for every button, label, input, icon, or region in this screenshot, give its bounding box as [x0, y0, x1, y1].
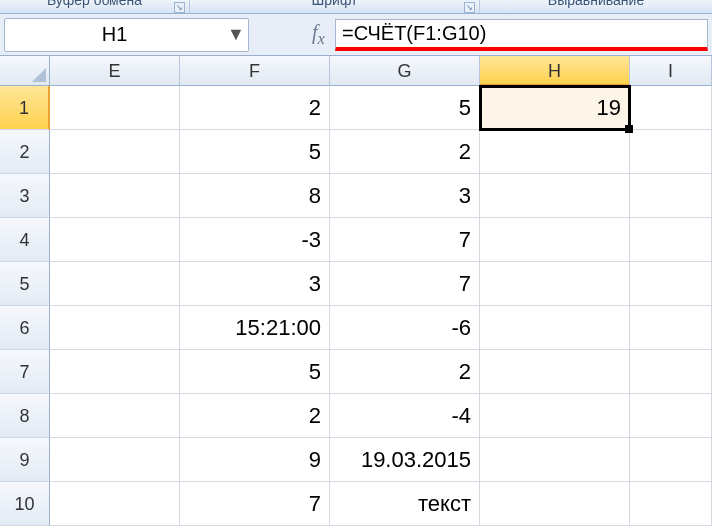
cell-F2[interactable]: 5 — [180, 130, 330, 174]
namebox-value: H1 — [5, 23, 224, 46]
select-all-triangle-icon — [32, 68, 46, 82]
fill-handle[interactable] — [625, 125, 633, 133]
formula-text: =СЧЁТ(F1:G10) — [342, 22, 486, 45]
cell-G4[interactable]: 7 — [330, 218, 480, 262]
cell-H4[interactable] — [480, 218, 630, 262]
namebox[interactable]: H1 ▼ — [4, 18, 249, 52]
cell-I5[interactable] — [630, 262, 712, 306]
fx-icon: fx — [312, 21, 325, 49]
cell-I2[interactable] — [630, 130, 712, 174]
cell-E1[interactable] — [50, 86, 180, 130]
cell-H7[interactable] — [480, 350, 630, 394]
row-header-6[interactable]: 6 — [0, 306, 50, 350]
cell-I9[interactable] — [630, 438, 712, 482]
cell-G1[interactable]: 5 — [330, 86, 480, 130]
cell-E3[interactable] — [50, 174, 180, 218]
cell-H9[interactable] — [480, 438, 630, 482]
cell-I6[interactable] — [630, 306, 712, 350]
dialog-launcher-icon[interactable]: ↘ — [464, 2, 475, 13]
cell-F10[interactable]: 7 — [180, 482, 330, 526]
col-header-I[interactable]: I — [630, 56, 712, 86]
ribbon-groups: Буфер обмена ↘ Шрифт ↘ Выравнивание — [0, 0, 712, 14]
row-header-8[interactable]: 8 — [0, 394, 50, 438]
cell-F5[interactable]: 3 — [180, 262, 330, 306]
cell-G5[interactable]: 7 — [330, 262, 480, 306]
cell-F8[interactable]: 2 — [180, 394, 330, 438]
row-header-1[interactable]: 1 — [0, 86, 50, 130]
cell-G8[interactable]: -4 — [330, 394, 480, 438]
cell-E2[interactable] — [50, 130, 180, 174]
fx-button[interactable]: fx — [255, 19, 335, 51]
cell-F7[interactable]: 5 — [180, 350, 330, 394]
row-header-3[interactable]: 3 — [0, 174, 50, 218]
col-header-E[interactable]: E — [50, 56, 180, 86]
cell-F4[interactable]: -3 — [180, 218, 330, 262]
cell-F3[interactable]: 8 — [180, 174, 330, 218]
row-header-5[interactable]: 5 — [0, 262, 50, 306]
ribbon-group-label: Буфер обмена — [47, 0, 142, 5]
cell-H10[interactable] — [480, 482, 630, 526]
cell-G9[interactable]: 19.03.2015 — [330, 438, 480, 482]
cell-E8[interactable] — [50, 394, 180, 438]
cell-I4[interactable] — [630, 218, 712, 262]
col-header-H[interactable]: H — [480, 56, 630, 86]
row-header-9[interactable]: 9 — [0, 438, 50, 482]
cell-I10[interactable] — [630, 482, 712, 526]
cell-G2[interactable]: 2 — [330, 130, 480, 174]
ribbon-group-label: Выравнивание — [548, 0, 644, 5]
row-header-7[interactable]: 7 — [0, 350, 50, 394]
cell-E9[interactable] — [50, 438, 180, 482]
select-all-corner[interactable] — [0, 56, 50, 86]
col-header-F[interactable]: F — [180, 56, 330, 86]
chevron-down-icon[interactable]: ▼ — [224, 19, 248, 51]
col-header-G[interactable]: G — [330, 56, 480, 86]
cell-I7[interactable] — [630, 350, 712, 394]
ribbon-group-clipboard: Буфер обмена ↘ — [0, 0, 190, 14]
cell-H2[interactable] — [480, 130, 630, 174]
cell-E7[interactable] — [50, 350, 180, 394]
row-header-2[interactable]: 2 — [0, 130, 50, 174]
cell-F1[interactable]: 2 — [180, 86, 330, 130]
row-header-4[interactable]: 4 — [0, 218, 50, 262]
cell-I8[interactable] — [630, 394, 712, 438]
row-header-10[interactable]: 10 — [0, 482, 50, 526]
cell-H5[interactable] — [480, 262, 630, 306]
formula-bar: H1 ▼ fx =СЧЁТ(F1:G10) — [0, 14, 712, 56]
cell-H8[interactable] — [480, 394, 630, 438]
ribbon-group-label: Шрифт — [311, 0, 357, 5]
cell-E6[interactable] — [50, 306, 180, 350]
cell-E5[interactable] — [50, 262, 180, 306]
cell-H3[interactable] — [480, 174, 630, 218]
cell-F6[interactable]: 15:21:00 — [180, 306, 330, 350]
spreadsheet-grid[interactable]: E F G H I 1 2 5 19 2 5 2 3 8 3 4 -3 7 5 … — [0, 56, 712, 526]
formula-input[interactable]: =СЧЁТ(F1:G10) — [335, 19, 708, 51]
cell-F9[interactable]: 9 — [180, 438, 330, 482]
cell-H6[interactable] — [480, 306, 630, 350]
cell-G3[interactable]: 3 — [330, 174, 480, 218]
cell-E4[interactable] — [50, 218, 180, 262]
ribbon-group-alignment: Выравнивание — [480, 0, 712, 14]
cell-I1[interactable] — [630, 86, 712, 130]
cell-I3[interactable] — [630, 174, 712, 218]
ribbon-group-font: Шрифт ↘ — [190, 0, 480, 14]
cell-E10[interactable] — [50, 482, 180, 526]
cell-G7[interactable]: 2 — [330, 350, 480, 394]
cell-G10[interactable]: текст — [330, 482, 480, 526]
formula-area: fx =СЧЁТ(F1:G10) — [255, 18, 708, 52]
dialog-launcher-icon[interactable]: ↘ — [174, 2, 185, 13]
cell-H1[interactable]: 19 — [480, 86, 630, 130]
cell-G6[interactable]: -6 — [330, 306, 480, 350]
